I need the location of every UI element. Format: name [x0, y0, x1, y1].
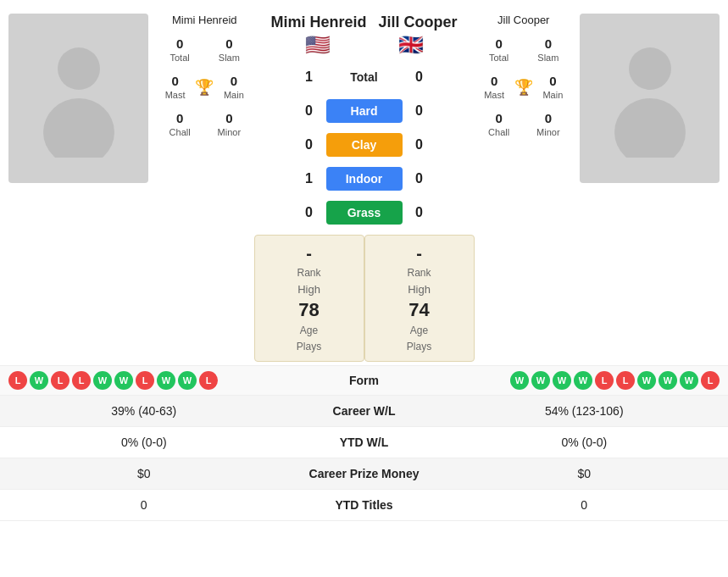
left-flag: 🇺🇸 [305, 33, 331, 57]
form-badge: W [93, 371, 112, 390]
form-badge: L [51, 371, 69, 390]
form-badge: W [531, 371, 550, 390]
left-stat-mast: 0 Mast [155, 70, 195, 104]
left-stat-row-2: 0 Mast 🏆 0 Main [155, 70, 254, 104]
left-trophy-icon: 🏆 [195, 78, 214, 97]
career-wl-label: Career W/L [280, 404, 449, 418]
right-name-header: Jill Cooper [378, 14, 457, 31]
right-trophy-icon: 🏆 [514, 78, 533, 97]
ytd-titles-label: YTD Titles [280, 498, 449, 512]
form-badge: W [30, 371, 48, 390]
left-rank-box: - Rank High 78 Age Plays [254, 235, 364, 362]
right-player-name: Jill Cooper [475, 14, 574, 26]
top-player-area: Mimi Henreid 0 Total 0 Slam 0 Mast 🏆 [0, 7, 728, 362]
score-rows: 1 Total 0 0 Hard 0 0 Clay 0 1 [254, 62, 475, 231]
right-prize: $0 [449, 467, 720, 480]
right-stat-total: 0 Total [475, 33, 524, 67]
career-wl-row: 39% (40-63) Career W/L 54% (123-106) [0, 396, 728, 427]
form-badge: L [8, 371, 27, 390]
right-flag: 🇬🇧 [398, 33, 424, 57]
score-row-clay: 0 Clay 0 [254, 130, 475, 160]
right-stat-mast: 0 Mast [475, 70, 514, 104]
flags-row: 🇺🇸 🇬🇧 [254, 31, 475, 62]
form-badge: W [680, 371, 698, 390]
form-badge: W [659, 371, 677, 390]
left-player-photo-container [0, 7, 148, 362]
right-stat-row-3: 0 Chall 0 Minor [475, 108, 574, 141]
center-column: Mimi Henreid Jill Cooper 🇺🇸 🇬🇧 1 Total 0… [254, 7, 475, 362]
form-row: L W L L W W L W W L Form W W W W L L W W [0, 365, 728, 396]
form-badge: L [616, 371, 635, 390]
form-badge: W [637, 371, 656, 390]
left-stat-main: 0 Main [214, 70, 253, 104]
right-stat-minor: 0 Minor [524, 108, 573, 141]
form-badge: W [178, 371, 197, 390]
score-row-grass: 0 Grass 0 [254, 197, 475, 228]
score-row-hard: 0 Hard 0 [254, 96, 475, 126]
right-stat-chall: 0 Chall [475, 108, 524, 141]
left-player-name: Mimi Henreid [155, 14, 254, 26]
left-stat-minor: 0 Minor [204, 108, 253, 141]
left-ytd-wl: 0% (0-0) [8, 436, 280, 449]
ytd-titles-row: 0 YTD Titles 0 [0, 490, 728, 521]
svg-point-0 [58, 47, 100, 90]
form-badge: L [199, 371, 218, 390]
prize-label: Career Prize Money [280, 467, 449, 480]
bottom-section: L W L L W W L W W L Form W W W W L L W W [0, 365, 728, 521]
form-badge: L [136, 371, 154, 390]
form-badge: W [114, 371, 133, 390]
form-badge: W [574, 371, 592, 390]
form-label: Form [280, 374, 449, 387]
left-stat-row-3: 0 Chall 0 Minor [155, 108, 254, 141]
player-names-row: Mimi Henreid Jill Cooper [254, 7, 475, 31]
left-ytd-titles: 0 [8, 498, 280, 512]
left-stat-chall: 0 Chall [155, 108, 204, 141]
right-stat-main: 0 Main [533, 70, 573, 104]
rank-boxes: - Rank High 78 Age Plays - Rank High 74 … [254, 235, 475, 362]
left-prize: $0 [8, 467, 280, 480]
left-player-stats: Mimi Henreid 0 Total 0 Slam 0 Mast 🏆 [148, 7, 254, 362]
form-badge: W [157, 371, 175, 390]
right-ytd-wl: 0% (0-0) [449, 436, 720, 449]
svg-point-1 [43, 98, 114, 158]
score-row-total: 1 Total 0 [254, 62, 475, 92]
form-badge: W [553, 371, 571, 390]
left-career-wl: 39% (40-63) [8, 404, 280, 418]
left-stat-total: 0 Total [155, 33, 204, 67]
right-career-wl: 54% (123-106) [449, 404, 720, 418]
left-stat-slam: 0 Slam [204, 33, 253, 67]
ytd-wl-label: YTD W/L [280, 436, 449, 449]
svg-point-2 [629, 47, 671, 90]
right-player-photo [580, 14, 720, 183]
left-name-header: Mimi Henreid [271, 14, 367, 31]
left-form-badges: L W L L W W L W W L [8, 371, 280, 390]
left-stat-row-1: 0 Total 0 Slam [155, 33, 254, 67]
right-player-photo-container [580, 7, 728, 362]
prize-money-row: $0 Career Prize Money $0 [0, 458, 728, 490]
right-player-stats: Jill Cooper 0 Total 0 Slam 0 Mast 🏆 [475, 7, 581, 362]
form-badge: L [72, 371, 91, 390]
right-stat-row-2: 0 Mast 🏆 0 Main [475, 70, 574, 104]
ytd-wl-row: 0% (0-0) YTD W/L 0% (0-0) [0, 427, 728, 458]
score-row-indoor: 1 Indoor 0 [254, 164, 475, 194]
form-badge: L [701, 371, 720, 390]
right-stat-slam: 0 Slam [524, 33, 573, 67]
svg-point-3 [614, 98, 686, 158]
right-ytd-titles: 0 [449, 498, 720, 512]
left-player-photo [8, 14, 148, 183]
form-badge: L [595, 371, 614, 390]
form-badge: W [510, 371, 529, 390]
right-rank-box: - Rank High 74 Age Plays [364, 235, 475, 362]
main-container: Mimi Henreid 0 Total 0 Slam 0 Mast 🏆 [0, 0, 728, 528]
right-form-badges: W W W W L L W W W L [449, 371, 720, 390]
right-stat-row-1: 0 Total 0 Slam [475, 33, 574, 67]
